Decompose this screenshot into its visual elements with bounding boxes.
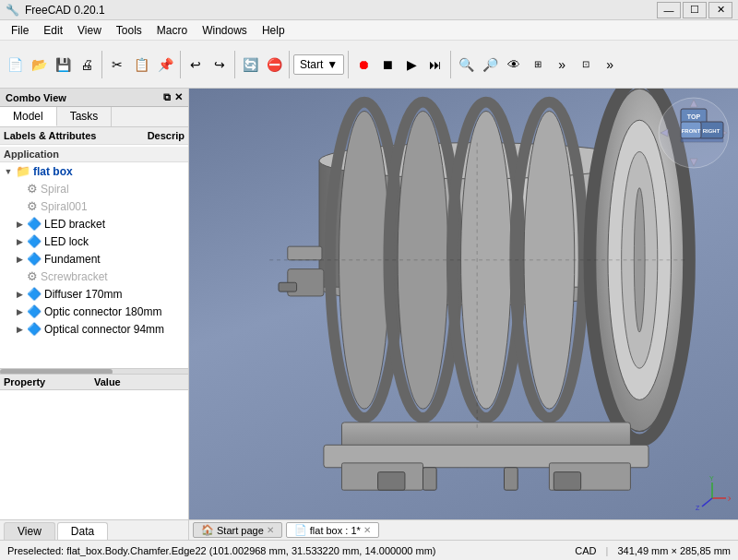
flatbox-tab-close[interactable]: ✕ xyxy=(363,525,371,535)
nav-button[interactable]: ⊞ xyxy=(527,54,549,76)
expand-fundament[interactable]: ▶ xyxy=(15,255,24,264)
start-dropdown[interactable]: Start ▼ xyxy=(293,54,344,75)
flatbox-tab-icon: 📄 xyxy=(294,524,307,536)
cut-button[interactable]: ✂ xyxy=(106,54,128,76)
expand-optic-connector[interactable]: ▶ xyxy=(15,307,24,316)
viewport[interactable]: TOP RIGHT FRONT X Y Z xyxy=(189,89,738,540)
open-button[interactable]: 📂 xyxy=(28,54,50,76)
tree-area[interactable]: Application ▼ 📁 flat box ⚙ Spiral ⚙ Spir… xyxy=(0,145,188,368)
tab-data[interactable]: Data xyxy=(57,522,108,540)
new-button[interactable]: 📄 xyxy=(4,54,26,76)
flat-box-label: flat box xyxy=(33,165,73,178)
svg-line-45 xyxy=(702,498,712,506)
record-button[interactable]: ⏺ xyxy=(352,54,375,76)
save-button[interactable]: 💾 xyxy=(52,54,74,76)
combo-float-icon[interactable]: ⧉ xyxy=(163,91,171,103)
sep6 xyxy=(450,51,451,78)
led-bracket-icon: 🔷 xyxy=(27,217,42,231)
svg-text:FRONT: FRONT xyxy=(682,128,701,134)
combo-view-title: Combo View xyxy=(6,92,66,103)
start-tab-close[interactable]: ✕ xyxy=(267,525,274,535)
sep1 xyxy=(101,51,102,78)
redo-button[interactable]: ↪ xyxy=(208,54,231,76)
refresh-button[interactable]: 🔄 xyxy=(239,54,261,76)
maximize-button[interactable]: ☐ xyxy=(683,2,707,18)
combo-close-icon[interactable]: ✕ xyxy=(174,91,183,103)
paste-button[interactable]: 📌 xyxy=(154,54,176,76)
menu-edit[interactable]: Edit xyxy=(36,22,70,39)
close-button[interactable]: ✕ xyxy=(708,2,732,18)
svg-text:TOP: TOP xyxy=(687,113,701,120)
copy-button[interactable]: 📋 xyxy=(130,54,152,76)
taskbar-tab-flatbox[interactable]: 📄 flat box : 1* ✕ xyxy=(286,522,379,538)
expand-screwbracket xyxy=(15,272,24,281)
main-area: Combo View ⧉ ✕ Model Tasks Labels & Attr… xyxy=(0,89,738,540)
svg-rect-17 xyxy=(288,246,322,260)
undo-button[interactable]: ↩ xyxy=(184,54,207,76)
tree-item-spiral001[interactable]: ⚙ Spiral001 xyxy=(0,197,188,215)
zoom-in-button[interactable]: 🔎 xyxy=(479,54,501,76)
led-lock-label: LED lock xyxy=(44,235,89,248)
title-bar-left: 🔧 FreeCAD 0.20.1 xyxy=(6,4,105,17)
led-lock-icon: 🔷 xyxy=(27,234,42,248)
menu-tools[interactable]: Tools xyxy=(109,22,149,39)
nav-cube[interactable]: TOP RIGHT FRONT xyxy=(657,96,731,170)
expand-flat-box[interactable]: ▼ xyxy=(4,167,13,176)
axis-indicator: X Y Z xyxy=(694,475,731,512)
menu-windows[interactable]: Windows xyxy=(195,22,255,39)
expand-optical-connector[interactable]: ▶ xyxy=(15,325,24,334)
screwbracket-icon: ⚙ xyxy=(27,269,38,283)
play-button[interactable]: ▶ xyxy=(400,54,423,76)
nav2-button[interactable]: ⊡ xyxy=(575,54,597,76)
tree-section-application: Application xyxy=(0,147,188,162)
fundament-label: Fundament xyxy=(44,253,101,266)
menu-macro[interactable]: Macro xyxy=(149,22,195,39)
status-bar: Preselected: flat_box.Body.Chamfer.Edge2… xyxy=(0,540,738,560)
bottom-tabs: View Data xyxy=(0,519,188,540)
tree-description-col: Descrip xyxy=(148,130,184,141)
menu-bar: File Edit View Tools Macro Windows Help xyxy=(0,20,738,41)
optical-connector-label: Optical connector 94mm xyxy=(44,323,164,336)
taskbar-tab-start[interactable]: 🏠 Start page ✕ xyxy=(193,522,282,538)
tree-item-optic-connector[interactable]: ▶ 🔷 Optic connector 180mm xyxy=(0,303,188,320)
more2-button[interactable]: » xyxy=(599,54,621,76)
expand-led-bracket[interactable]: ▶ xyxy=(15,220,24,229)
sep3 xyxy=(234,51,235,78)
stop-button[interactable]: ⛔ xyxy=(263,54,285,76)
more-button[interactable]: » xyxy=(551,54,573,76)
start-tab-icon: 🏠 xyxy=(201,524,214,536)
tree-item-flat-box[interactable]: ▼ 📁 flat box xyxy=(0,162,188,180)
sep4 xyxy=(289,51,290,78)
step-button[interactable]: ⏭ xyxy=(424,54,446,76)
tree-item-spiral[interactable]: ⚙ Spiral xyxy=(0,180,188,197)
stop2-button[interactable]: ⏹ xyxy=(376,54,399,76)
zoom-fit-button[interactable]: 🔍 xyxy=(455,54,477,76)
tab-view[interactable]: View xyxy=(4,522,55,540)
title-bar-controls: — ☐ ✕ xyxy=(657,2,732,18)
svg-text:X: X xyxy=(728,495,731,502)
dropdown-arrow: ▼ xyxy=(327,58,338,71)
start-label: Start xyxy=(300,58,323,71)
expand-spiral001 xyxy=(15,202,24,211)
menu-view[interactable]: View xyxy=(70,22,109,39)
tree-item-led-bracket[interactable]: ▶ 🔷 LED bracket xyxy=(0,215,188,232)
expand-led-lock[interactable]: ▶ xyxy=(15,237,24,246)
tree-item-screwbracket[interactable]: ⚙ Screwbracket xyxy=(0,268,188,285)
tree-item-led-lock[interactable]: ▶ 🔷 LED lock xyxy=(0,232,188,250)
led-bracket-label: LED bracket xyxy=(44,218,105,231)
print-button[interactable]: 🖨 xyxy=(76,54,98,76)
sep2 xyxy=(180,51,181,78)
minimize-button[interactable]: — xyxy=(657,2,681,18)
menu-file[interactable]: File xyxy=(4,22,36,39)
expand-diffuser[interactable]: ▶ xyxy=(15,290,24,299)
view-button[interactable]: 👁 xyxy=(503,54,525,76)
menu-help[interactable]: Help xyxy=(255,22,292,39)
tab-model[interactable]: Model xyxy=(0,107,57,126)
spiral001-icon: ⚙ xyxy=(27,199,38,213)
spiral-label: Spiral xyxy=(41,183,69,196)
tree-item-fundament[interactable]: ▶ 🔷 Fundament xyxy=(0,250,188,268)
svg-rect-23 xyxy=(378,472,405,491)
tree-item-optical-connector[interactable]: ▶ 🔷 Optical connector 94mm xyxy=(0,320,188,338)
tree-item-diffuser[interactable]: ▶ 🔷 Diffuser 170mm xyxy=(0,285,188,303)
tab-tasks[interactable]: Tasks xyxy=(57,107,113,126)
